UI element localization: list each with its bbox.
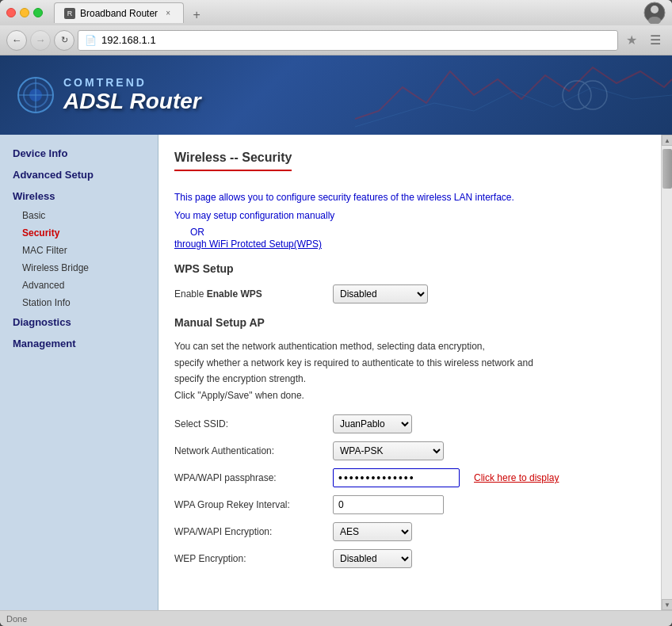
description-line1: This page allows you to configure securi… [174,190,637,205]
rekey-input[interactable] [333,495,444,514]
new-tab-button[interactable]: + [187,7,206,23]
svg-point-8 [563,81,591,109]
sidebar-sub-wireless-bridge[interactable]: Wireless Bridge [0,259,158,277]
minimize-button[interactable] [20,8,29,17]
sidebar-sub-advanced[interactable]: Advanced [0,277,158,294]
select-ssid-row: Select SSID: JuanPablo [174,414,637,433]
sidebar-item-diagnostics[interactable]: Diagnostics [0,311,158,333]
comtrend-logo-icon [16,75,55,115]
encryption-row: WPA/WAPI Encryption: AES TKIP TKIP+AES [174,522,637,541]
enable-wps-label: Enable Enable WPS [174,288,333,300]
passphrase-control: Click here to display [333,468,559,487]
nav-bar: ← → ↻ 📄 192.168.1.1 ★ ☰ [0,25,672,55]
forward-button[interactable]: → [30,30,51,51]
title-bar: R Broadband Router × + [0,0,672,25]
enable-wps-select[interactable]: Disabled Enabled [333,284,428,303]
scroll-down-arrow[interactable]: ▼ [662,599,672,610]
manual-section-title: Manual Setup AP [174,316,637,329]
browser-window: R Broadband Router × + ← → ↻ 📄 192.168.1… [0,0,672,626]
status-bar: Done [0,610,672,626]
sidebar-item-management[interactable]: Management [0,333,158,354]
product-text: ADSL Router [63,89,201,114]
description-line2: You may setup configuration manually [174,208,637,223]
network-auth-row: Network Authentication: WPA-PSK WPA2-PSK… [174,441,637,460]
passphrase-row: WPA/WAPI passphrase: Click here to displ… [174,468,637,487]
bookmark-button[interactable]: ★ [621,30,642,51]
encryption-select[interactable]: AES TKIP TKIP+AES [333,522,412,541]
wep-control: Disabled Enabled [333,549,412,568]
url-text: 192.168.1.1 [101,34,156,46]
tab-favicon: R [64,8,75,19]
select-ssid-label: Select SSID: [174,418,333,429]
router-ui: COMTREND ADSL Router Device Info [0,55,672,610]
rekey-control [333,495,444,514]
wps-link[interactable]: through WiFi Protcted Setup(WPS) [174,239,322,250]
scroll-up-arrow[interactable]: ▲ [662,135,672,146]
select-ssid-control: JuanPablo [333,414,412,433]
page-title: Wireless -- Security [174,151,292,171]
main-layout: Device Info Advanced Setup Wireless Basi… [0,135,672,610]
maximize-button[interactable] [33,8,43,17]
status-text: Done [6,614,27,624]
sidebar-item-advanced-setup[interactable]: Advanced Setup [0,164,158,185]
header-circles [561,67,624,123]
network-auth-select[interactable]: WPA-PSK WPA2-PSK Mixed WPA2/WPA-PSK WEP … [333,441,444,460]
content-inner: Wireless -- Security This page allows yo… [158,135,661,592]
page-icon: 📄 [85,35,97,46]
close-button[interactable] [6,8,16,17]
brand-text: COMTREND [63,76,201,89]
tab-bar: R Broadband Router × + [54,2,639,23]
sidebar-item-device-info[interactable]: Device Info [0,143,158,164]
traffic-lights [6,8,43,17]
sidebar-sub-mac-filter[interactable]: MAC Filter [0,242,158,259]
content-area: Wireless -- Security This page allows yo… [158,135,672,610]
encryption-control: AES TKIP TKIP+AES [333,522,412,541]
header-graph [355,55,672,135]
rekey-row: WPA Group Rekey Interval: [174,495,637,514]
manual-desc-4: Click "Apply/Save" when done. [174,390,304,401]
wep-label: WEP Encryption: [174,553,333,564]
network-auth-control: WPA-PSK WPA2-PSK Mixed WPA2/WPA-PSK WEP … [333,441,444,460]
sidebar-sub-basic[interactable]: Basic [0,207,158,224]
sidebar-sub-security[interactable]: Security [0,224,158,242]
scrollbar: ▲ ▼ [661,135,672,610]
display-passphrase-link[interactable]: Click here to display [474,472,559,483]
svg-point-1 [651,6,659,13]
network-auth-label: Network Authentication: [174,445,333,456]
manual-desc-3: specify the encryption strength. [174,373,306,384]
scroll-thumb[interactable] [662,149,672,189]
rekey-label: WPA Group Rekey Interval: [174,499,333,510]
sidebar-sub-station-info[interactable]: Station Info [0,294,158,311]
enable-wps-control: Disabled Enabled [333,284,428,303]
encryption-label: WPA/WAPI Encryption: [174,526,333,537]
address-bar[interactable]: 📄 192.168.1.1 [78,30,618,51]
header-logo: COMTREND ADSL Router [16,75,201,115]
tab-title: Broadband Router [80,8,158,19]
scroll-track [662,146,672,599]
sidebar: Device Info Advanced Setup Wireless Basi… [0,135,158,610]
manual-desc-1: You can set the network authentication m… [174,341,485,352]
logo-text: COMTREND ADSL Router [63,76,201,114]
refresh-button[interactable]: ↻ [54,30,74,51]
select-ssid-select[interactable]: JuanPablo [333,414,412,433]
passphrase-label: WPA/WAPI passphrase: [174,472,333,483]
svg-point-9 [578,81,607,109]
tab-close-button[interactable]: × [162,8,174,19]
passphrase-input[interactable] [333,468,460,487]
wep-row: WEP Encryption: Disabled Enabled [174,549,637,568]
sidebar-item-wireless[interactable]: Wireless [0,185,158,207]
menu-button[interactable]: ☰ [645,30,666,51]
manual-desc-2: specify whether a network key is require… [174,357,533,368]
active-tab[interactable]: R Broadband Router × [54,2,184,23]
enable-wps-row: Enable Enable WPS Disabled Enabled [174,284,637,303]
back-button[interactable]: ← [6,30,27,51]
agent-icon [643,2,666,24]
or-text: OR [174,227,637,238]
wps-section-title: WPS Setup [174,262,637,275]
router-header: COMTREND ADSL Router [0,55,672,135]
manual-description: You can set the network authentication m… [174,338,637,403]
wep-select[interactable]: Disabled Enabled [333,549,412,568]
